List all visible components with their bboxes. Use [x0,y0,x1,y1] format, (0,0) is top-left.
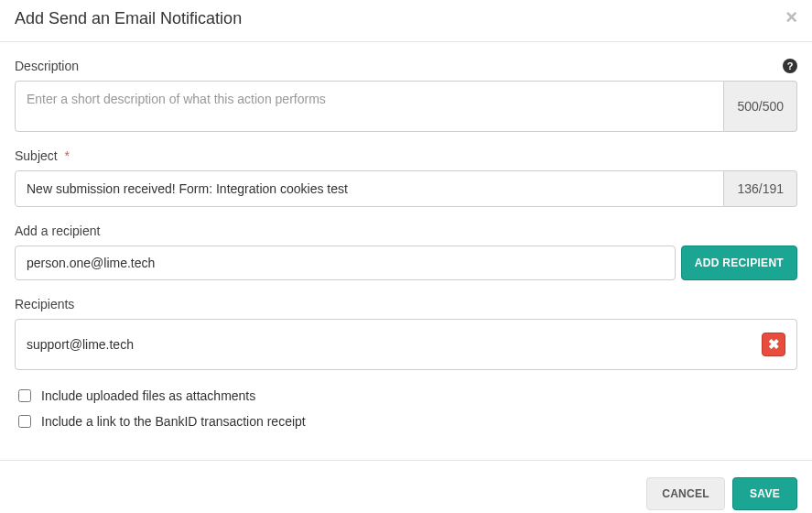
add-recipient-group: Add a recipient ADD RECIPIENT [15,224,797,280]
cancel-button[interactable]: CANCEL [646,477,725,510]
recipients-label-row: Recipients [15,297,797,311]
description-input-row: 500/500 [15,81,797,132]
subject-label-text: Subject [15,148,58,163]
modal-title: Add Send an Email Notification [15,9,242,28]
add-recipient-row: ADD RECIPIENT [15,246,797,280]
add-recipient-label: Add a recipient [15,224,100,238]
subject-counter: 136/191 [724,170,797,207]
close-icon[interactable]: × [785,9,797,26]
subject-label-row: Subject * [15,148,797,163]
bankid-checkbox-label[interactable]: Include a link to the BankID transaction… [41,414,306,429]
add-recipient-input[interactable] [15,246,676,280]
modal-footer: CANCEL SAVE [0,460,812,513]
modal-header: Add Send an Email Notification × [0,0,812,42]
recipients-label: Recipients [15,297,74,311]
required-mark: * [65,148,70,163]
description-group: Description ? 500/500 [15,59,797,132]
attachments-checkbox-label[interactable]: Include uploaded files as attachments [41,388,255,403]
recipient-row: support@lime.tech ✖ [15,319,797,370]
recipient-email: support@lime.tech [27,337,134,352]
add-recipient-label-row: Add a recipient [15,224,797,238]
description-input[interactable] [15,81,724,132]
modal-body: Description ? 500/500 Subject * 136/191 … [0,42,812,460]
attachments-checkbox[interactable] [18,389,31,402]
subject-label: Subject * [15,148,70,163]
subject-group: Subject * 136/191 [15,148,797,207]
add-recipient-button[interactable]: ADD RECIPIENT [681,246,797,280]
description-counter: 500/500 [724,81,797,132]
description-label: Description [15,59,79,73]
save-button[interactable]: SAVE [732,477,797,510]
remove-recipient-button[interactable]: ✖ [762,333,785,356]
svg-text:?: ? [787,60,794,71]
bankid-checkbox[interactable] [18,415,31,428]
subject-input-row: 136/191 [15,170,797,207]
bankid-checkbox-row: Include a link to the BankID transaction… [15,412,797,431]
description-label-row: Description ? [15,59,797,73]
attachments-checkbox-row: Include uploaded files as attachments [15,387,797,405]
help-icon[interactable]: ? [783,59,797,73]
subject-input[interactable] [15,170,724,207]
recipients-group: Recipients support@lime.tech ✖ [15,297,797,370]
